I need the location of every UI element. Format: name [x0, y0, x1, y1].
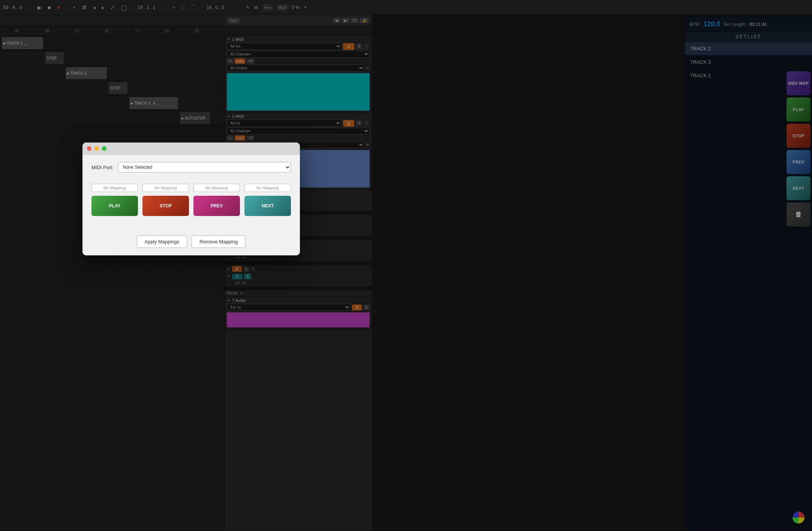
- midi-port-select[interactable]: None Selected: [118, 162, 291, 172]
- mapping-field-prev[interactable]: No Mapping: [193, 184, 240, 192]
- mapping-buttons-grid: PLAY STOP PREV NEXT: [91, 196, 291, 216]
- modal-footer: Apply Mappings Remove Mapping: [82, 231, 300, 255]
- modal-overlay: MIDI Port: None Selected No Mapping No M…: [0, 0, 812, 531]
- map-next-button[interactable]: NEXT: [244, 196, 291, 216]
- minimize-button[interactable]: [94, 146, 99, 151]
- mapping-fields-grid: No Mapping No Mapping No Mapping No Mapp…: [91, 184, 291, 192]
- port-label: MIDI Port:: [91, 165, 114, 170]
- maximize-button[interactable]: [102, 146, 106, 151]
- mapping-field-play[interactable]: No Mapping: [91, 184, 138, 192]
- map-prev-button[interactable]: PREV: [193, 196, 240, 216]
- remove-mapping-button[interactable]: Remove Mapping: [192, 236, 246, 248]
- map-stop-button[interactable]: STOP: [142, 196, 189, 216]
- modal-body: MIDI Port: None Selected No Mapping No M…: [82, 154, 300, 231]
- mapping-field-next[interactable]: No Mapping: [244, 184, 291, 192]
- port-row: MIDI Port: None Selected: [91, 162, 291, 172]
- mapping-area: No Mapping No Mapping No Mapping No Mapp…: [91, 184, 291, 216]
- close-button[interactable]: [87, 146, 91, 151]
- midi-mapping-dialog: MIDI Port: None Selected No Mapping No M…: [82, 142, 300, 255]
- mapping-field-stop[interactable]: No Mapping: [142, 184, 189, 192]
- map-play-button[interactable]: PLAY: [91, 196, 138, 216]
- apply-mappings-button[interactable]: Apply Mappings: [137, 236, 187, 248]
- modal-titlebar: [82, 142, 300, 154]
